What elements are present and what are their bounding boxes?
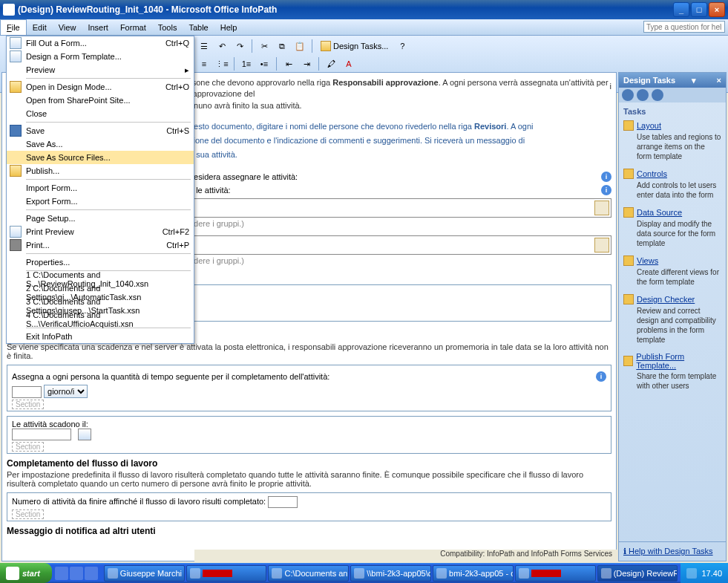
toolbar-indent-icon[interactable]: ⇥ (298, 56, 315, 72)
toolbar-highlight-icon[interactable]: 🖍 (323, 56, 339, 72)
toolbar-design-tasks[interactable]: Design Tasks... (316, 41, 393, 51)
address-book-icon[interactable] (594, 201, 609, 215)
file-menu-item[interactable]: 4 C:\Documents and S...\VerificaUfficioA… (7, 313, 194, 326)
nav-forward-icon[interactable] (637, 89, 649, 101)
taskbar-app-icon (272, 568, 282, 579)
toolbar-bullet-list-icon[interactable]: •≡ (256, 56, 272, 72)
calendar-icon[interactable] (78, 429, 91, 440)
quicklaunch-desktop-icon[interactable] (70, 567, 83, 580)
tray-icon[interactable] (686, 568, 697, 579)
file-menu-item[interactable]: Publish... (7, 164, 194, 177)
revisori-paragraph: uesto documento, digitare i nomi delle p… (189, 119, 611, 161)
info-icon[interactable]: i (610, 81, 611, 92)
taskpane-link[interactable]: Design Checker (623, 294, 721, 304)
taskbar-item[interactable]: bmi-2k3-app05 - d... (433, 565, 514, 582)
file-menu-item[interactable]: Fill Out a Form...Ctrl+Q (7, 36, 194, 50)
deadline-section: Le attività scadono il: Section (7, 416, 611, 454)
toolbar-list2-icon[interactable]: ⋮≡ (214, 56, 230, 72)
taskpane-link[interactable]: Publish Form Template... (623, 352, 721, 370)
menu-format[interactable]: Format (114, 19, 152, 35)
deadline-input[interactable] (12, 429, 71, 440)
section-handle[interactable]: Section (12, 400, 44, 409)
menu-table[interactable]: Table (183, 19, 214, 35)
completion-section: Numero di attività da finire affinché il… (7, 492, 611, 521)
taskpane-dropdown-icon[interactable]: ▾ (692, 76, 696, 85)
file-menu-item[interactable]: Print PreviewCtrl+F2 (7, 225, 194, 238)
windows-flag-icon (6, 567, 19, 580)
taskpane-desc: Create different views for the form temp… (637, 267, 721, 287)
file-menu-item[interactable]: Close (7, 107, 194, 120)
help-search-input[interactable] (643, 21, 725, 33)
file-menu-item[interactable]: Import Form... (7, 181, 194, 195)
toolbar-cut-icon[interactable]: ✂ (256, 38, 272, 54)
taskbar-item[interactable] (515, 565, 596, 582)
file-menu-item[interactable]: Save As Source Files... (7, 151, 194, 164)
toolbar-redo-icon[interactable]: ↷ (232, 38, 248, 54)
taskbar-item[interactable]: \\bmi-2k3-app05\c... (350, 565, 431, 582)
file-menu-item[interactable]: Page Setup... (7, 212, 194, 225)
taskbar-app-icon (519, 568, 529, 579)
file-menu-item[interactable]: Open from SharePoint Site... (7, 94, 194, 107)
file-menu-item[interactable]: Exit InfoPath (7, 330, 194, 343)
taskpane-close-icon[interactable]: × (717, 76, 721, 85)
toolbar-list1-icon[interactable]: ≡ (196, 56, 212, 72)
nav-home-icon[interactable] (652, 89, 663, 101)
maximize-button[interactable]: □ (691, 2, 707, 17)
file-menu-item[interactable]: Open in Design Mode...Ctrl+O (7, 80, 194, 94)
section-handle[interactable]: Section (12, 509, 44, 519)
file-menu-item[interactable]: Design a Form Template... (7, 50, 194, 63)
file-menu-item[interactable]: SaveCtrl+S (7, 124, 194, 137)
toolbar-help-icon[interactable]: ? (394, 38, 410, 54)
taskbar-app-icon (108, 568, 118, 579)
file-menu-item[interactable]: Preview▸ (7, 63, 194, 76)
toolbar-numbered-list-icon[interactable]: 1≡ (238, 56, 255, 72)
taskbar-item[interactable] (186, 565, 267, 582)
num-activities-input[interactable] (268, 496, 298, 508)
taskbar-item[interactable]: C:\Documents and... (268, 565, 349, 582)
nav-back-icon[interactable] (622, 89, 634, 101)
menu-edit[interactable]: Edit (27, 19, 53, 35)
tasks-heading: Tasks (623, 107, 721, 116)
taskpane-link[interactable]: Views (623, 255, 721, 266)
toolbar-copy-icon[interactable]: ⧉ (274, 38, 290, 54)
info-icon[interactable]: i (601, 185, 611, 195)
help-search[interactable] (643, 21, 725, 34)
taskpane-link[interactable]: Layout (623, 120, 721, 131)
file-menu-dropdown: Fill Out a Form...Ctrl+QDesign a Form Te… (6, 36, 194, 344)
quicklaunch-ie-icon[interactable] (55, 567, 68, 580)
info-icon[interactable]: i (601, 172, 611, 182)
info-icon[interactable]: i (596, 371, 606, 382)
task-icon (623, 169, 634, 179)
file-menu-item[interactable]: Export Form... (7, 195, 194, 208)
groups-hint-1: ndere i gruppi.) (189, 219, 611, 228)
taskbar-item[interactable]: Giuseppe Marchi - ... (104, 565, 185, 582)
menu-insert[interactable]: Insert (82, 19, 114, 35)
taskpane-link[interactable]: Controls (623, 169, 721, 179)
toolbar-paste-icon[interactable]: 📋 (292, 38, 308, 54)
taskbar-item[interactable]: (Design) ReviewR... (597, 565, 678, 582)
toolbar-undo-icon[interactable]: ↶ (214, 38, 230, 54)
start-button[interactable]: start (0, 563, 52, 583)
address-book-icon[interactable] (594, 238, 609, 253)
taskpane-desc: Review and correct design and compatibil… (637, 306, 721, 345)
toolbar-bullets-icon[interactable]: ☰ (196, 38, 212, 54)
file-menu-item[interactable]: Properties... (7, 255, 194, 269)
taskbar-app-icon (190, 568, 200, 579)
groups-hint-2: ndere i gruppi.) (189, 256, 611, 265)
section-handle[interactable]: Section (12, 442, 44, 452)
menu-help[interactable]: Help (214, 19, 243, 35)
time-unit-select[interactable]: giorno/i (44, 385, 88, 398)
quantity-input[interactable] (12, 386, 42, 398)
menu-view[interactable]: View (53, 19, 82, 35)
toolbar-outdent-icon[interactable]: ⇤ (281, 56, 297, 72)
menu-tools[interactable]: Tools (152, 19, 183, 35)
close-button[interactable]: × (709, 2, 725, 17)
menu-file[interactable]: File (0, 19, 27, 35)
taskpane-link[interactable]: Data Source (623, 207, 721, 218)
toolbar-fontcolor-icon[interactable]: A (341, 56, 357, 72)
file-menu-item[interactable]: Print...Ctrl+P (7, 238, 194, 252)
quicklaunch-app-icon[interactable] (85, 567, 98, 580)
minimize-button[interactable]: _ (673, 2, 689, 17)
help-design-tasks-link[interactable]: ℹ Help with Design Tasks (623, 547, 713, 556)
file-menu-item[interactable]: Save As... (7, 137, 194, 151)
